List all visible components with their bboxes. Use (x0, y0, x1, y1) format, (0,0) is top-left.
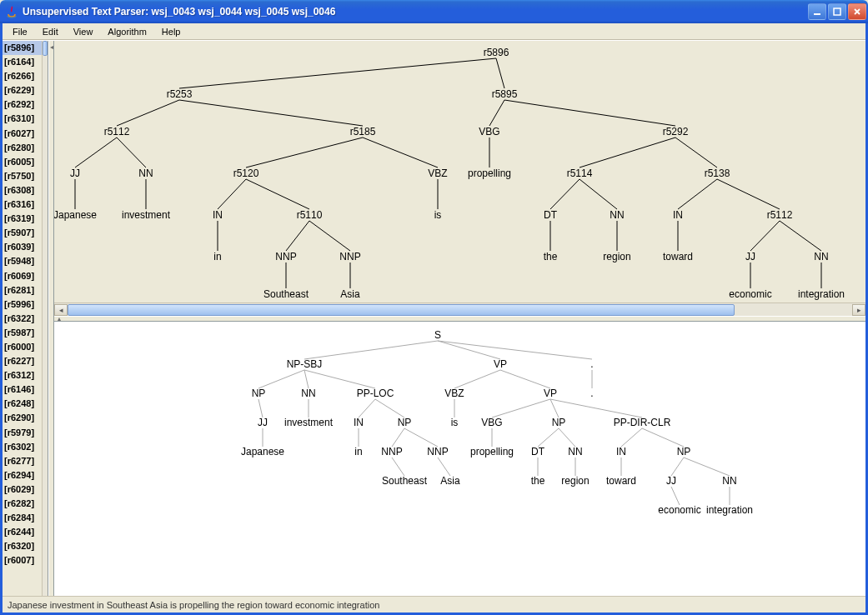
scroll-right-icon[interactable]: ▸ (852, 304, 865, 316)
sidebar-item[interactable]: [r5996] (3, 298, 42, 312)
sidebar-item[interactable]: [r6000] (3, 340, 42, 354)
sidebar-item[interactable]: [r6277] (3, 454, 42, 468)
svg-line-67 (671, 458, 684, 476)
sidebar-scroll-thumb[interactable] (43, 41, 48, 56)
horizontal-splitter[interactable]: ▴ (54, 316, 865, 322)
sidebar-item[interactable]: [r6244] (3, 525, 42, 539)
vertical-splitter[interactable]: ◂ (48, 41, 54, 596)
svg-line-2 (179, 58, 496, 88)
svg-line-36 (304, 341, 438, 359)
menu-help[interactable]: Help (155, 26, 188, 38)
sidebar-item[interactable]: [r6039] (3, 240, 42, 254)
sidebar-item[interactable]: [r6281] (3, 283, 42, 298)
top-pane-hscroll[interactable]: ◂ ▸ (54, 302, 865, 316)
svg-line-45 (258, 399, 263, 418)
svg-line-10 (246, 138, 363, 168)
sidebar-item[interactable]: [r5750] (3, 169, 42, 183)
sidebar-item[interactable]: [r6164] (3, 55, 42, 69)
tree-node: toward (606, 475, 636, 487)
top-hscroll-thumb[interactable] (68, 304, 735, 316)
menubar: File Edit View Algorithm Help (3, 23, 865, 40)
sidebar-scrollbar[interactable] (42, 41, 48, 596)
svg-line-20 (550, 179, 580, 209)
svg-line-6 (489, 100, 504, 126)
status-text: Japanese investment in Southeast Asia is… (8, 600, 379, 610)
menu-view[interactable]: View (67, 26, 100, 38)
tree-node: r5896 (484, 47, 509, 58)
svg-line-51 (550, 399, 559, 418)
sidebar-item[interactable]: [r6319] (3, 212, 42, 226)
svg-line-23 (717, 179, 780, 209)
sidebar-item[interactable]: [r5896] (3, 41, 42, 55)
sidebar-item[interactable]: [r6266] (3, 69, 42, 83)
close-button[interactable] (848, 3, 866, 20)
tree-node: r5112 (767, 209, 793, 221)
sidebar-item[interactable]: [r6302] (3, 440, 42, 454)
sidebar-item[interactable]: [r6029] (3, 482, 42, 497)
sidebar-item[interactable]: [r6322] (3, 312, 42, 326)
sidebar-item[interactable]: [r5907] (3, 226, 42, 240)
sidebar-item[interactable]: [r6229] (3, 83, 42, 98)
menu-file[interactable]: File (6, 26, 34, 38)
sidebar-item[interactable]: [r6248] (3, 397, 42, 411)
tree-node: investment (284, 417, 334, 428)
menu-edit[interactable]: Edit (36, 26, 65, 38)
sidebar-item[interactable]: [r6312] (3, 368, 42, 382)
tree-node: JJ (70, 168, 80, 179)
tree-node: propelling (468, 168, 511, 179)
svg-line-11 (363, 138, 438, 168)
tree-node: in (213, 251, 221, 262)
maximize-button[interactable] (828, 3, 846, 20)
sidebar-item[interactable]: [r6310] (3, 112, 42, 126)
sidebar-item[interactable]: [r5979] (3, 426, 42, 440)
tree-node: economic (658, 504, 700, 516)
sidebar-item[interactable]: [r6005] (3, 155, 42, 169)
bottom-tree-pane[interactable]: SNP-SBJVP.NPNNPP-LOCVBZVP.JJinvestmentIN… (54, 322, 865, 596)
sidebar-item[interactable]: [r6290] (3, 411, 42, 425)
sidebar-item[interactable]: [r6280] (3, 141, 42, 155)
sidebar-item[interactable]: [r5987] (3, 326, 42, 340)
tree-node: VBZ (428, 168, 447, 179)
sidebar-item[interactable]: [r6320] (3, 539, 42, 553)
tree-node: economic (729, 288, 771, 300)
sidebar-item[interactable]: [r6027] (3, 127, 42, 141)
tree-node: NP-SBJ (287, 358, 323, 370)
sidebar-item[interactable]: [r6069] (3, 269, 42, 283)
tree-node: NP (677, 446, 691, 458)
sidebar-item[interactable]: [r5948] (3, 254, 42, 268)
bottom-parse-tree: SNP-SBJVP.NPNNPP-LOCVBZVP.JJinvestmentIN… (54, 322, 855, 572)
svg-line-30 (750, 221, 780, 251)
sidebar-item[interactable]: [r6146] (3, 382, 42, 397)
svg-line-52 (550, 399, 642, 418)
sidebar-item[interactable]: [r6007] (3, 553, 42, 568)
scroll-left-icon[interactable]: ◂ (54, 304, 68, 316)
sidebar-item[interactable]: [r6316] (3, 198, 42, 212)
sidebar-item[interactable]: [r6284] (3, 511, 42, 525)
sidebar-item[interactable]: [r6227] (3, 354, 42, 368)
tree-node: . (590, 388, 593, 399)
sidebar-item[interactable]: [r6308] (3, 183, 42, 198)
tree-node: NNP (427, 446, 448, 458)
svg-line-61 (642, 428, 684, 447)
svg-rect-0 (814, 13, 820, 15)
svg-line-59 (559, 428, 575, 447)
tree-node: r5112 (104, 126, 130, 138)
svg-line-37 (438, 341, 500, 359)
tree-node: VBG (479, 126, 499, 138)
tree-node: Asia (340, 288, 360, 300)
tree-node: r5110 (297, 209, 323, 221)
menu-algorithm[interactable]: Algorithm (101, 26, 153, 38)
minimize-button[interactable] (808, 3, 826, 20)
sidebar-item[interactable]: [r6294] (3, 468, 42, 482)
top-tree-pane[interactable]: r5896r5253r5895r5112r5185VBGr5292JJNNr51… (54, 41, 865, 316)
svg-line-43 (500, 370, 550, 388)
svg-line-25 (286, 221, 309, 251)
sidebar-item[interactable]: [r6292] (3, 98, 42, 112)
sidebar: [r5896][r6164][r6266][r6229][r6292][r631… (3, 41, 48, 596)
tree-node: JJ (666, 475, 676, 487)
tree-node: NP (552, 417, 566, 428)
sidebar-item[interactable]: [r6282] (3, 497, 42, 511)
tree-node: is (451, 417, 459, 428)
tree-node: Japanese (54, 209, 97, 221)
svg-line-60 (621, 428, 642, 447)
